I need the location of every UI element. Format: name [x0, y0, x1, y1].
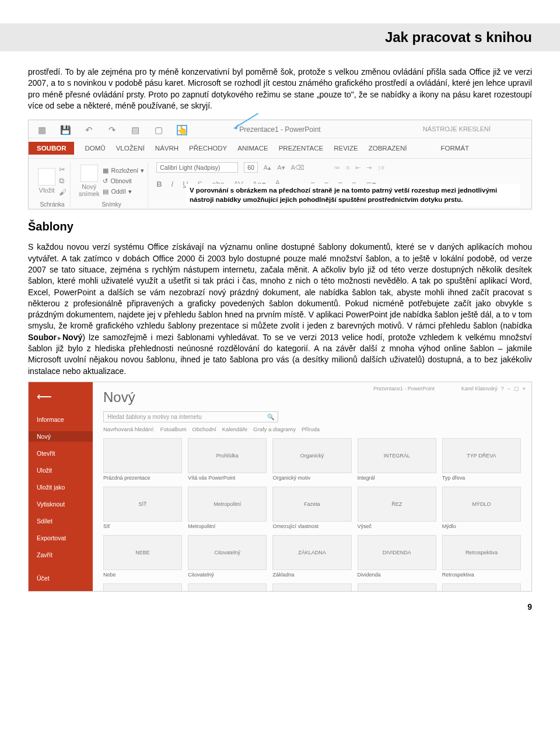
- template-caption: Nebe: [103, 572, 182, 578]
- touch-mode-icon[interactable]: 👆: [177, 125, 187, 135]
- template-thumb: PRUHOVANÝ: [103, 583, 182, 591]
- tab-transitions[interactable]: PŘECHODY: [189, 145, 227, 152]
- decrease-indent-icon[interactable]: ⇤: [355, 164, 360, 172]
- start-slideshow-icon[interactable]: ▤: [130, 125, 141, 135]
- template-thumb: INTEGRÁL: [358, 438, 436, 473]
- tab-insert[interactable]: VLOŽENÍ: [116, 145, 145, 152]
- paste-button[interactable]: Vložit: [38, 168, 55, 194]
- tab-home[interactable]: DOMŮ: [85, 145, 105, 152]
- template-item[interactable]: ProhlídkaVítá vás PowerPoint: [188, 438, 267, 481]
- tab-design[interactable]: NÁVRH: [155, 145, 178, 152]
- bold-button[interactable]: B: [156, 180, 162, 188]
- template-item[interactable]: MetropolitníMetropolitní: [188, 487, 267, 529]
- suggestion-link[interactable]: Kalendáře: [222, 426, 247, 432]
- italic-button[interactable]: I: [172, 180, 174, 188]
- template-item[interactable]: FazetaOmezující vlastnost: [272, 487, 351, 529]
- numbering-icon[interactable]: ≡: [346, 164, 349, 171]
- save-icon[interactable]: 💾: [60, 125, 71, 135]
- slides-label: Snímky: [102, 201, 121, 208]
- side-options[interactable]: Možnosti: [29, 590, 93, 600]
- side-print[interactable]: Vytisknout: [29, 499, 93, 509]
- help-icon[interactable]: ?: [501, 386, 504, 392]
- template-item[interactable]: INTEGRÁLIntegrál: [358, 438, 436, 481]
- side-save[interactable]: Uložit: [29, 465, 93, 476]
- new-slide-button[interactable]: Nový snímek: [79, 165, 99, 197]
- redo-icon[interactable]: ↷: [107, 125, 117, 135]
- backstage-screenshot: Prezentace1 - PowerPoint Karel Klatovský…: [28, 382, 532, 592]
- tab-view[interactable]: ZOBRAZENÍ: [369, 145, 407, 152]
- increase-font-icon[interactable]: A▴: [264, 164, 271, 172]
- template-item[interactable]: [442, 583, 521, 591]
- tab-format[interactable]: FORMÁT: [441, 145, 470, 152]
- paste-icon: [38, 168, 55, 186]
- reset-button[interactable]: ↺Obnovit: [103, 177, 144, 184]
- heading-templates: Šablony: [28, 220, 532, 233]
- template-thumb: Citovatelný: [188, 535, 267, 570]
- tab-review[interactable]: REVIZE: [334, 145, 358, 152]
- cut-icon[interactable]: ✂: [59, 165, 66, 174]
- maximize-icon[interactable]: ▢: [514, 386, 519, 392]
- decrease-font-icon[interactable]: A▾: [277, 164, 285, 172]
- side-export[interactable]: Exportovat: [29, 533, 93, 543]
- template-search[interactable]: Hledat šablony a motivy na internetu 🔍: [103, 411, 278, 422]
- figure-caption: V porovnání s obrázkem na předchozí stra…: [186, 184, 520, 207]
- close-icon[interactable]: ×: [523, 386, 526, 392]
- tab-slideshow[interactable]: PREZENTACE: [279, 145, 323, 152]
- group-clipboard: Vložit ✂ ⧉ 🖌 Schránka: [34, 162, 71, 208]
- template-thumb: MÝDLO: [442, 487, 521, 522]
- template-thumb: Prohlídka: [188, 438, 267, 473]
- side-account[interactable]: Účet: [29, 573, 93, 583]
- side-saveas[interactable]: Uložit jako: [29, 482, 93, 492]
- template-caption: Organický motiv: [272, 475, 351, 481]
- template-item[interactable]: OrganickýOrganický motiv: [272, 438, 351, 481]
- template-item[interactable]: Ion: [358, 583, 436, 591]
- suggestion-link[interactable]: Příroda: [302, 426, 320, 432]
- tab-file[interactable]: SOUBOR: [29, 142, 74, 155]
- layout-button[interactable]: ▦Rozložení▾: [103, 167, 144, 174]
- format-painter-icon[interactable]: 🖌: [59, 188, 66, 197]
- suggestion-link[interactable]: Grafy a diagramy: [253, 426, 296, 432]
- template-thumb: NEBE: [103, 535, 182, 570]
- template-caption: Dividenda: [358, 572, 436, 578]
- new-icon[interactable]: ▢: [153, 125, 164, 135]
- ribbon-tabs: SOUBOR DOMŮ VLOŽENÍ NÁVRH PŘECHODY ANIMA…: [29, 138, 531, 159]
- bullets-icon[interactable]: ≔: [334, 164, 340, 172]
- line-spacing-icon[interactable]: ↕≡: [377, 164, 384, 171]
- template-item[interactable]: NEBENebe: [103, 535, 182, 578]
- suggestion-link[interactable]: Obchodní: [192, 426, 216, 432]
- template-thumb: Fazeta: [272, 487, 351, 522]
- font-name-select[interactable]: Calibri Light (Nadpisy): [156, 162, 238, 173]
- copy-icon[interactable]: ⧉: [59, 176, 66, 186]
- clear-formatting-icon[interactable]: A⌫: [291, 164, 304, 172]
- side-info[interactable]: Informace: [29, 414, 93, 425]
- side-new[interactable]: Nový: [29, 431, 93, 442]
- template-item[interactable]: Stébla: [272, 583, 351, 591]
- suggestion-link[interactable]: Fotoalbum: [160, 426, 187, 432]
- new-slide-icon: [80, 165, 98, 182]
- template-item[interactable]: PRUHOVANÝ: [103, 583, 182, 591]
- group-slides: Nový snímek ▦Rozložení▾ ↺Obnovit ▤Oddíl▾…: [75, 162, 148, 208]
- increase-indent-icon[interactable]: ⇥: [366, 164, 372, 172]
- tab-animations[interactable]: ANIMACE: [237, 145, 268, 152]
- font-size-select[interactable]: 60: [244, 162, 258, 173]
- template-item[interactable]: MÝDLOMýdlo: [442, 487, 521, 529]
- template-thumb: Retrospektiva: [442, 535, 521, 570]
- side-share[interactable]: Sdílet: [29, 516, 93, 526]
- back-button[interactable]: ⟵: [29, 388, 93, 408]
- template-item[interactable]: ŘEZVýseč: [358, 487, 436, 529]
- minimize-icon[interactable]: –: [508, 386, 510, 392]
- template-item[interactable]: SÍŤSíť: [103, 487, 182, 529]
- undo-icon[interactable]: ↶: [83, 125, 94, 135]
- side-close[interactable]: Zavřít: [29, 550, 93, 560]
- template-item[interactable]: Prázdná prezentace: [103, 438, 182, 481]
- template-item[interactable]: Paralaxa: [188, 583, 267, 591]
- section-button[interactable]: ▤Oddíl▾: [103, 188, 144, 195]
- template-thumb: Ion: [358, 583, 436, 591]
- template-item[interactable]: DIVIDENDADividenda: [358, 535, 436, 578]
- template-item[interactable]: ZÁKLADNAZákladna: [272, 535, 351, 578]
- template-item[interactable]: TYP DŘEVATyp dřeva: [442, 438, 521, 481]
- template-item[interactable]: CitovatelnýCitovatelný: [188, 535, 267, 578]
- template-caption: Integrál: [358, 475, 436, 481]
- template-item[interactable]: RetrospektivaRetrospektiva: [442, 535, 521, 578]
- side-open[interactable]: Otevřít: [29, 448, 93, 459]
